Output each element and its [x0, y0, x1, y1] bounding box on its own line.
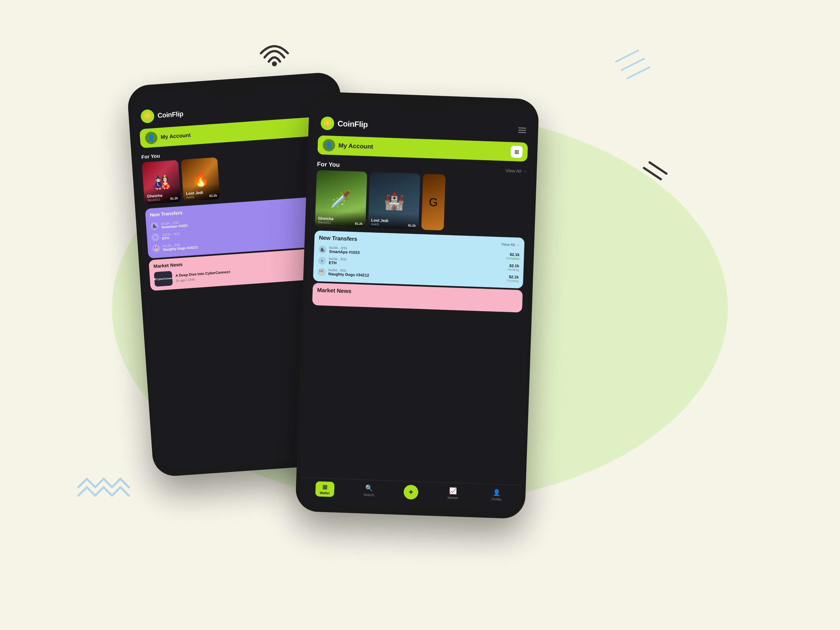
- nav-label-profile: Profile: [492, 497, 501, 502]
- front-bottom-nav: ▦ Wallet 🔍 Search + 📈 Market 👤: [300, 477, 522, 511]
- back-account-label: My Account: [160, 132, 191, 140]
- front-phone-notch: [399, 103, 449, 115]
- back-for-you-title: For You: [141, 153, 160, 160]
- front-transfers-title: New Transfers: [319, 235, 357, 243]
- front-qr-button[interactable]: ⊞: [511, 145, 523, 158]
- nav-label-market: Market: [447, 496, 458, 500]
- front-hamburger-menu[interactable]: [518, 127, 526, 133]
- front-nft-card-3[interactable]: G: [421, 174, 445, 231]
- front-phone-content: 🪙 CoinFlip 👤 My Account ⊞ For You View A…: [300, 111, 534, 511]
- wallet-icon: ▦: [322, 483, 328, 490]
- svg-point-1: [273, 62, 276, 65]
- nav-item-market[interactable]: 📈 Market: [443, 486, 463, 502]
- front-nft-card-lostjedi[interactable]: 🏰 Lost Jedi AokiS $1.2k: [368, 172, 420, 230]
- profile-icon: 👤: [493, 489, 501, 496]
- front-for-you-title: For You: [317, 160, 340, 169]
- back-account-left: 👤 My Account: [145, 129, 191, 144]
- front-transfer-right-2: $2.1k Pending: [508, 263, 519, 271]
- front-logo-text: CoinFlip: [337, 119, 368, 129]
- front-transfers-section: New Transfers View All → 🦍 0x234....f231…: [313, 231, 525, 288]
- front-transfer-right-1: $2.1k Complete: [506, 252, 519, 261]
- front-transfer-icon-1: 🦍: [318, 246, 327, 254]
- nav-item-profile[interactable]: 👤 Profile: [487, 487, 506, 503]
- front-nft-row: 🗡️ Gheisha Steve012 $1.2k 🏰 Lost Jedi: [309, 170, 532, 236]
- svg-line-5: [644, 168, 661, 179]
- svg-line-2: [616, 51, 638, 62]
- nav-label-search: Search: [363, 493, 374, 497]
- back-news-thumb: ✕CyberConnect: [154, 271, 173, 287]
- front-nft-card-gheisha[interactable]: 🗡️ Gheisha Steve012 $1.2k: [315, 170, 367, 227]
- front-transfer-icon-2: ♦: [318, 257, 326, 265]
- front-account-avatar: 👤: [322, 139, 335, 152]
- front-phone: 🪙 CoinFlip 👤 My Account ⊞ For You View A…: [295, 91, 539, 519]
- svg-line-4: [627, 67, 650, 78]
- search-icon: 🔍: [365, 485, 373, 492]
- back-logo-text: CoinFlip: [157, 110, 184, 119]
- market-icon: 📈: [449, 487, 457, 495]
- front-transfer-right-3: $2.1k Pending: [507, 275, 519, 283]
- front-transfers-view-all[interactable]: View All →: [501, 242, 520, 247]
- nav-label-wallet: Wallet: [320, 491, 330, 495]
- front-market-title: Market News: [317, 287, 518, 300]
- front-phone-screen: 🪙 CoinFlip 👤 My Account ⊞ For You View A…: [300, 100, 535, 511]
- back-transfer-icon-2: ♦: [151, 233, 159, 242]
- back-transfer-icon-3: 🐕: [152, 244, 160, 253]
- front-account-label: My Account: [338, 142, 373, 150]
- back-news-content: A Deep Dive Into CyberConnect 2h ago • C…: [175, 270, 231, 283]
- front-account-left: 👤 My Account: [322, 139, 373, 153]
- front-logo-area: 🪙 CoinFlip: [321, 117, 368, 132]
- nav-plus-button[interactable]: +: [403, 485, 418, 500]
- nav-item-wallet[interactable]: ▦ Wallet: [315, 481, 335, 497]
- front-view-all[interactable]: View All →: [505, 168, 527, 174]
- back-logo-area: 🪙 CoinFlip: [140, 107, 184, 123]
- back-transfers-title: New Transfers: [150, 210, 183, 218]
- front-logo-icon: 🪙: [321, 117, 335, 131]
- back-transfer-icon-1: 🦍: [150, 222, 159, 231]
- back-logo-icon: 🪙: [140, 109, 155, 123]
- svg-line-6: [650, 163, 666, 174]
- svg-line-3: [622, 59, 644, 70]
- back-nft-card-gheisha[interactable]: 🎎 Gheisha Steve012 $1.2k: [142, 160, 181, 204]
- nav-item-search[interactable]: 🔍 Search: [359, 482, 379, 499]
- front-transfer-icon-3: 🐕: [317, 268, 326, 276]
- back-nft-card-lostjedi[interactable]: 🔥 Lost Jedi AokiS $1.2k: [181, 157, 220, 202]
- back-account-avatar: 👤: [145, 131, 158, 144]
